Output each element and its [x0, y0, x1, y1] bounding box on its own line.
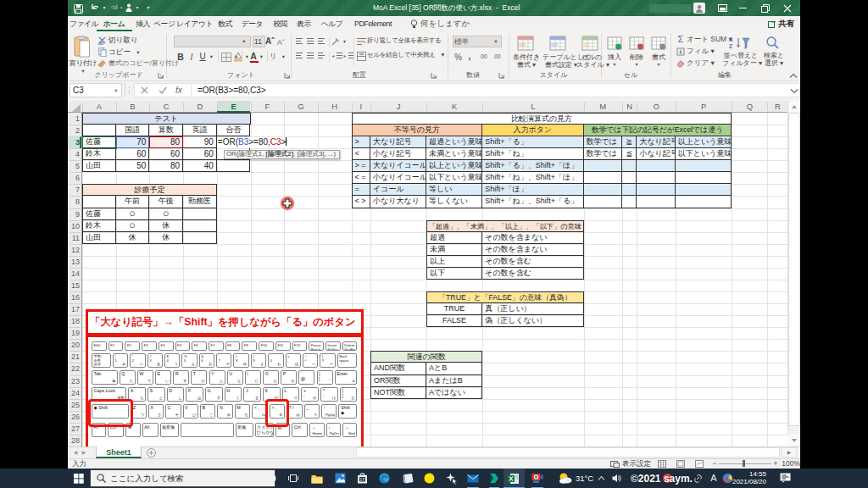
svg-text:%: %: [454, 53, 462, 62]
